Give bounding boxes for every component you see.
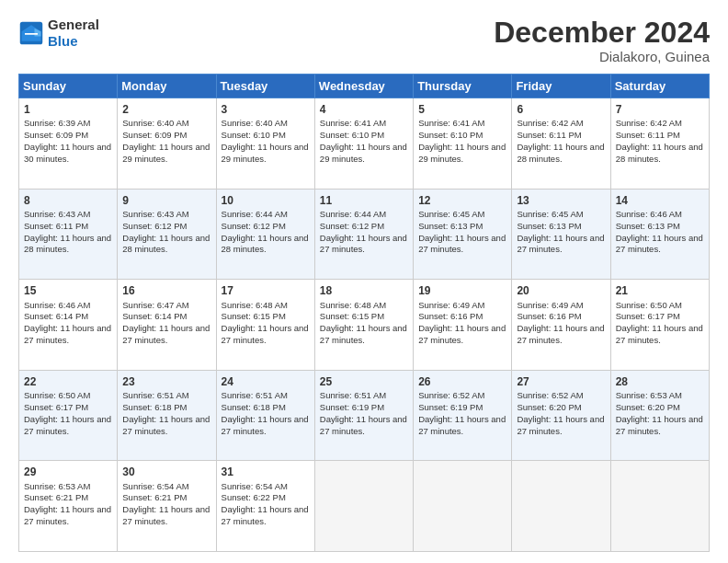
logo-blue: Blue — [48, 33, 78, 49]
cell-dec-15: 15 Sunrise: 6:46 AMSunset: 6:14 PMDaylig… — [19, 280, 118, 371]
col-wednesday: Wednesday — [314, 75, 413, 98]
cell-dec-18: 18 Sunrise: 6:48 AMSunset: 6:15 PMDaylig… — [314, 280, 413, 371]
cell-dec-6: 6 Sunrise: 6:42 AMSunset: 6:11 PMDayligh… — [512, 98, 610, 190]
title-block: December 2024 Dialakoro, Guinea — [494, 17, 710, 64]
logo-general: General — [48, 17, 99, 32]
cell-dec-2: 2 Sunrise: 6:40 AMSunset: 6:09 PMDayligh… — [118, 98, 216, 190]
cell-dec-31: 31 Sunrise: 6:54 AMSunset: 6:22 PMDaylig… — [216, 461, 314, 552]
col-sunday: Sunday — [19, 75, 118, 98]
cell-dec-10: 10 Sunrise: 6:44 AMSunset: 6:12 PMDaylig… — [216, 189, 314, 280]
calendar-row-4: 22 Sunrise: 6:50 AMSunset: 6:17 PMDaylig… — [19, 370, 710, 461]
cell-dec-4: 4 Sunrise: 6:41 AMSunset: 6:10 PMDayligh… — [314, 98, 413, 190]
logo: General Blue — [18, 17, 99, 50]
cell-dec-27: 27 Sunrise: 6:52 AMSunset: 6:20 PMDaylig… — [512, 370, 610, 461]
cell-dec-16: 16 Sunrise: 6:47 AMSunset: 6:14 PMDaylig… — [118, 280, 216, 371]
cell-dec-5: 5 Sunrise: 6:41 AMSunset: 6:10 PMDayligh… — [414, 98, 512, 190]
cell-dec-25: 25 Sunrise: 6:51 AMSunset: 6:19 PMDaylig… — [314, 370, 413, 461]
cell-dec-1: 1 Sunrise: 6:39 AMSunset: 6:09 PMDayligh… — [19, 98, 118, 190]
col-thursday: Thursday — [414, 75, 512, 98]
cell-dec-29: 29 Sunrise: 6:53 AMSunset: 6:21 PMDaylig… — [19, 461, 118, 552]
cell-dec-3: 3 Sunrise: 6:40 AMSunset: 6:10 PMDayligh… — [216, 98, 314, 190]
calendar-row-1: 1 Sunrise: 6:39 AMSunset: 6:09 PMDayligh… — [19, 98, 710, 190]
calendar-row-2: 8 Sunrise: 6:43 AMSunset: 6:11 PMDayligh… — [19, 189, 710, 280]
cell-dec-7: 7 Sunrise: 6:42 AMSunset: 6:11 PMDayligh… — [610, 98, 709, 190]
col-monday: Monday — [118, 75, 216, 98]
cell-dec-14: 14 Sunrise: 6:46 AMSunset: 6:13 PMDaylig… — [610, 189, 709, 280]
cell-dec-30: 30 Sunrise: 6:54 AMSunset: 6:21 PMDaylig… — [118, 461, 216, 552]
calendar-row-5: 29 Sunrise: 6:53 AMSunset: 6:21 PMDaylig… — [19, 461, 710, 552]
logo-text: General Blue — [48, 17, 99, 50]
cell-dec-11: 11 Sunrise: 6:44 AMSunset: 6:12 PMDaylig… — [314, 189, 413, 280]
col-tuesday: Tuesday — [216, 75, 314, 98]
cell-dec-12: 12 Sunrise: 6:45 AMSunset: 6:13 PMDaylig… — [414, 189, 512, 280]
cell-dec-13: 13 Sunrise: 6:45 AMSunset: 6:13 PMDaylig… — [512, 189, 610, 280]
cell-dec-22: 22 Sunrise: 6:50 AMSunset: 6:17 PMDaylig… — [19, 370, 118, 461]
cell-dec-20: 20 Sunrise: 6:49 AMSunset: 6:16 PMDaylig… — [512, 280, 610, 371]
cell-empty-2 — [414, 461, 512, 552]
cell-empty-1 — [314, 461, 413, 552]
cell-dec-24: 24 Sunrise: 6:51 AMSunset: 6:18 PMDaylig… — [216, 370, 314, 461]
cell-dec-21: 21 Sunrise: 6:50 AMSunset: 6:17 PMDaylig… — [610, 280, 709, 371]
svg-rect-3 — [25, 33, 38, 35]
title-location: Dialakoro, Guinea — [494, 49, 710, 64]
cell-dec-23: 23 Sunrise: 6:51 AMSunset: 6:18 PMDaylig… — [118, 370, 216, 461]
cell-dec-28: 28 Sunrise: 6:53 AMSunset: 6:20 PMDaylig… — [610, 370, 709, 461]
calendar-row-3: 15 Sunrise: 6:46 AMSunset: 6:14 PMDaylig… — [19, 280, 710, 371]
page: General Blue December 2024 Dialakoro, Gu… — [0, 0, 728, 563]
cell-dec-8: 8 Sunrise: 6:43 AMSunset: 6:11 PMDayligh… — [19, 189, 118, 280]
cell-empty-3 — [512, 461, 610, 552]
col-saturday: Saturday — [610, 75, 709, 98]
header: General Blue December 2024 Dialakoro, Gu… — [18, 17, 710, 64]
title-month: December 2024 — [494, 17, 710, 49]
calendar-table: Sunday Monday Tuesday Wednesday Thursday… — [18, 74, 710, 552]
cell-dec-19: 19 Sunrise: 6:49 AMSunset: 6:16 PMDaylig… — [414, 280, 512, 371]
cell-dec-17: 17 Sunrise: 6:48 AMSunset: 6:15 PMDaylig… — [216, 280, 314, 371]
cell-empty-4 — [610, 461, 709, 552]
logo-icon — [18, 20, 44, 46]
cell-dec-9: 9 Sunrise: 6:43 AMSunset: 6:12 PMDayligh… — [118, 189, 216, 280]
calendar-header-row: Sunday Monday Tuesday Wednesday Thursday… — [19, 75, 710, 98]
cell-dec-26: 26 Sunrise: 6:52 AMSunset: 6:19 PMDaylig… — [414, 370, 512, 461]
col-friday: Friday — [512, 75, 610, 98]
